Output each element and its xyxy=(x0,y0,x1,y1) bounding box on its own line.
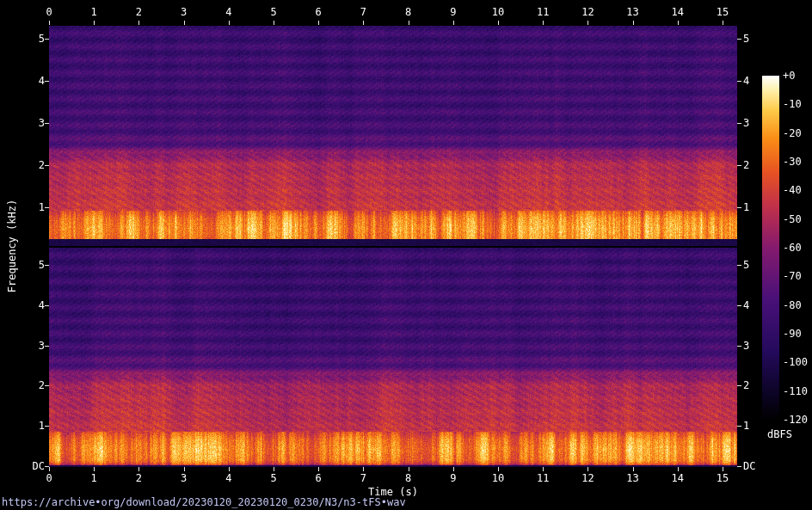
colorbar-tick-label: +0 xyxy=(783,71,795,82)
x-tick-label-bottom: 14 xyxy=(672,473,684,484)
x-tick-label-bottom: 6 xyxy=(316,473,322,484)
x-tick-mark-bottom xyxy=(453,467,454,471)
x-tick-label-bottom: 15 xyxy=(717,473,729,484)
y-tick-mark-left xyxy=(45,165,49,166)
x-tick-label-top: 1 xyxy=(91,7,97,18)
y-tick-mark-right xyxy=(737,426,741,427)
colorbar-tick-label: -80 xyxy=(783,299,802,310)
x-tick-label-top: 0 xyxy=(46,7,52,18)
y-tick-label-left: 3 xyxy=(24,118,45,129)
y-tick-label-right: 3 xyxy=(743,340,749,351)
y-tick-label-left: 5 xyxy=(24,260,45,271)
x-tick-label-bottom: 10 xyxy=(492,473,504,484)
x-tick-label-bottom: 12 xyxy=(581,473,594,484)
y-tick-mark-left xyxy=(45,81,49,82)
x-tick-label-top: 11 xyxy=(537,7,549,18)
x-tick-mark-bottom xyxy=(229,467,230,471)
x-tick-mark-top xyxy=(678,21,679,25)
x-tick-label-bottom: 13 xyxy=(626,473,638,484)
source-url: https://archive•org/download/20230120_20… xyxy=(2,497,406,508)
x-tick-mark-bottom xyxy=(138,467,139,471)
y-tick-label-left: 2 xyxy=(24,160,45,171)
x-tick-label-bottom: 9 xyxy=(450,473,456,484)
y-tick-label-left: 4 xyxy=(24,76,45,87)
x-tick-mark-bottom xyxy=(678,467,679,471)
colorbar-tick-label: -40 xyxy=(783,185,802,196)
y-tick-label-right: 5 xyxy=(743,260,749,271)
y-tick-label-right: DC xyxy=(743,461,755,472)
x-tick-mark-bottom xyxy=(49,467,50,471)
colorbar-tick-label: -10 xyxy=(783,99,802,110)
x-tick-label-top: 7 xyxy=(360,7,366,18)
y-tick-mark-left xyxy=(45,39,49,40)
x-tick-label-bottom: 1 xyxy=(91,473,97,484)
y-tick-mark-right xyxy=(737,207,741,208)
x-tick-mark-top xyxy=(229,21,230,25)
y-tick-mark-right xyxy=(737,385,741,386)
colorbar-tick-label: -60 xyxy=(783,243,802,254)
y-tick-mark-right xyxy=(737,123,741,124)
y-tick-label-left: 4 xyxy=(24,299,45,310)
x-tick-mark-top xyxy=(723,21,723,25)
y-tick-label-left: 1 xyxy=(24,202,45,213)
x-tick-mark-top xyxy=(498,21,499,25)
x-tick-mark-top xyxy=(633,21,634,25)
x-tick-label-top: 9 xyxy=(450,7,456,18)
y-tick-mark-left xyxy=(45,123,49,124)
spectrogram-window: 0011223344556677889910101111121213131414… xyxy=(0,0,812,510)
x-tick-label-top: 6 xyxy=(316,7,322,18)
colorbar-tick-label: -90 xyxy=(783,329,802,340)
x-tick-label-bottom: 0 xyxy=(46,473,52,484)
x-tick-label-top: 14 xyxy=(672,7,684,18)
x-tick-mark-bottom xyxy=(184,467,185,471)
colorbar-tick-label: -120 xyxy=(783,415,808,426)
colorbar-tick-label: -20 xyxy=(783,127,802,138)
x-tick-mark-top xyxy=(274,21,274,25)
x-tick-label-top: 2 xyxy=(136,7,142,18)
y-tick-label-right: 1 xyxy=(743,202,749,213)
y-tick-mark-left xyxy=(45,207,49,208)
x-tick-mark-bottom xyxy=(587,467,588,471)
colorbar-tick-label: -70 xyxy=(783,271,802,282)
y-tick-label-left: 2 xyxy=(24,380,45,391)
y-tick-mark-right xyxy=(737,81,741,82)
colorbar-tick-label: -100 xyxy=(783,357,808,368)
y-tick-label-left: 3 xyxy=(24,340,45,351)
x-tick-label-top: 10 xyxy=(492,7,504,18)
y-tick-label-right: 1 xyxy=(743,421,749,432)
y-tick-label-right: 4 xyxy=(743,299,749,310)
x-tick-label-top: 15 xyxy=(717,7,729,18)
y-tick-mark-right xyxy=(737,466,741,467)
y-tick-label-right: 3 xyxy=(743,118,749,129)
colorbar-tick-label: -110 xyxy=(783,385,808,396)
y-tick-label-right: 4 xyxy=(743,76,749,87)
x-tick-label-top: 4 xyxy=(225,7,231,18)
x-tick-mark-top xyxy=(49,21,50,25)
y-tick-label-right: 2 xyxy=(743,160,749,171)
x-tick-mark-bottom xyxy=(633,467,634,471)
colorbar-tick-label: -30 xyxy=(783,157,802,168)
y-tick-mark-right xyxy=(737,39,741,40)
x-tick-mark-top xyxy=(318,21,319,25)
x-tick-mark-bottom xyxy=(543,467,544,471)
x-tick-label-top: 13 xyxy=(626,7,638,18)
x-tick-mark-bottom xyxy=(363,467,364,471)
y-tick-label-right: 5 xyxy=(743,34,749,45)
y-tick-mark-left xyxy=(45,385,49,386)
y-tick-mark-left xyxy=(45,265,49,266)
x-tick-mark-bottom xyxy=(723,467,723,471)
y-tick-mark-right xyxy=(737,265,741,266)
x-tick-mark-top xyxy=(94,21,95,25)
x-tick-mark-bottom xyxy=(94,467,95,471)
y-tick-label-right: 2 xyxy=(743,380,749,391)
colorbar-tick-label: -50 xyxy=(783,213,802,224)
x-tick-label-bottom: 2 xyxy=(136,473,142,484)
x-tick-mark-top xyxy=(363,21,364,25)
x-tick-label-bottom: 11 xyxy=(537,473,549,484)
x-tick-mark-bottom xyxy=(318,467,319,471)
colorbar-title: dBFS xyxy=(767,429,792,440)
y-tick-mark-right xyxy=(737,346,741,347)
axes-overlay: 0011223344556677889910101111121213131414… xyxy=(0,0,812,510)
x-tick-mark-top xyxy=(184,21,185,25)
x-tick-label-top: 5 xyxy=(270,7,276,18)
